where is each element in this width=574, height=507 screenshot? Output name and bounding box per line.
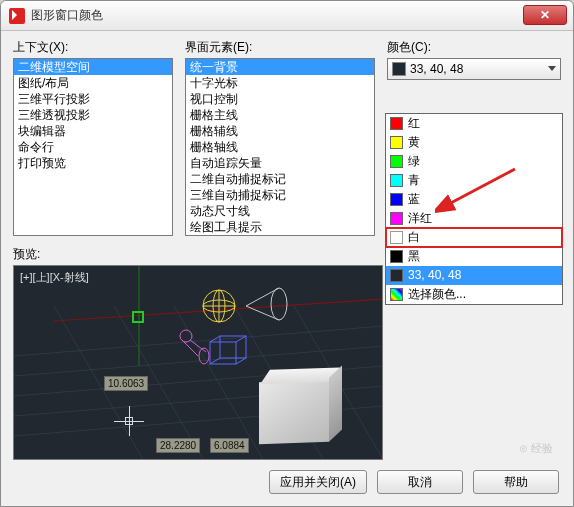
element-item[interactable]: 视口控制	[186, 91, 374, 107]
dialog-body: 上下文(X): 二维模型空间图纸/布局三维平行投影三维透视投影块编辑器命令行打印…	[1, 31, 573, 506]
color-option[interactable]: 选择颜色...	[386, 285, 562, 304]
svg-line-1	[14, 326, 383, 356]
color-option-label: 红	[408, 115, 420, 132]
watermark: ⊙ 经验	[519, 441, 553, 456]
color-swatch-icon	[390, 231, 403, 244]
color-option-label: 选择颜色...	[408, 286, 466, 303]
color-option-label: 白	[408, 229, 420, 246]
element-item[interactable]: 二维自动捕捉标记	[186, 171, 374, 187]
svg-point-18	[271, 288, 287, 320]
color-option[interactable]: 黑	[386, 247, 562, 266]
context-item[interactable]: 打印预览	[14, 155, 172, 171]
element-item[interactable]: 栅格轴线	[186, 139, 374, 155]
elements-listbox[interactable]: 统一背景十字光标视口控制栅格主线栅格辅线栅格轴线自动追踪矢量二维自动捕捉标记三维…	[185, 58, 375, 236]
green-marker-icon	[132, 311, 144, 323]
element-item[interactable]: 动态尺寸线	[186, 203, 374, 219]
color-option[interactable]: 33, 40, 48	[386, 266, 562, 285]
color-option-label: 黄	[408, 134, 420, 151]
context-label: 上下文(X):	[13, 39, 173, 56]
apply-close-button[interactable]: 应用并关闭(A)	[269, 470, 367, 494]
color-dropdown[interactable]: 红黄绿青蓝洋红白黑33, 40, 48选择颜色...	[385, 113, 563, 305]
svg-line-23	[210, 336, 220, 342]
context-item[interactable]: 三维透视投影	[14, 107, 172, 123]
context-listbox[interactable]: 二维模型空间图纸/布局三维平行投影三维透视投影块编辑器命令行打印预览	[13, 58, 173, 236]
color-option[interactable]: 洋红	[386, 209, 562, 228]
svg-line-29	[182, 340, 198, 356]
element-item[interactable]: 十字光标	[186, 75, 374, 91]
color-swatch-icon	[390, 212, 403, 225]
color-option-label: 洋红	[408, 210, 432, 227]
color-option[interactable]: 红	[386, 114, 562, 133]
svg-rect-22	[220, 336, 246, 358]
svg-line-20	[246, 306, 279, 320]
color-option-label: 绿	[408, 153, 420, 170]
close-button[interactable]: ✕	[523, 5, 567, 25]
context-item[interactable]: 图纸/布局	[14, 75, 172, 91]
color-option-label: 青	[408, 172, 420, 189]
dialog-window: 图形窗口颜色 ✕ 上下文(X): 二维模型空间图纸/布局三维平行投影三维透视投影…	[0, 0, 574, 507]
color-option[interactable]: 蓝	[386, 190, 562, 209]
dimension-b: 28.2280	[156, 438, 200, 453]
color-swatch-icon	[390, 117, 403, 130]
color-swatch-icon	[390, 250, 403, 263]
element-item[interactable]: 自动追踪矢量	[186, 155, 374, 171]
color-option[interactable]: 青	[386, 171, 562, 190]
color-option-label: 蓝	[408, 191, 420, 208]
titlebar[interactable]: 图形窗口颜色 ✕	[1, 1, 573, 31]
color-option[interactable]: 白	[386, 228, 562, 247]
elements-label: 界面元素(E):	[185, 39, 375, 56]
element-item[interactable]: 统一背景	[186, 59, 374, 75]
element-item[interactable]: 三维自动捕捉标记	[186, 187, 374, 203]
svg-rect-21	[210, 342, 236, 364]
element-item[interactable]: 栅格主线	[186, 107, 374, 123]
cancel-button[interactable]: 取消	[377, 470, 463, 494]
combo-swatch-icon	[392, 62, 406, 76]
context-item[interactable]: 块编辑器	[14, 123, 172, 139]
solid-cube	[259, 380, 329, 444]
close-icon: ✕	[540, 8, 550, 22]
color-option[interactable]: 绿	[386, 152, 562, 171]
context-item[interactable]: 命令行	[14, 139, 172, 155]
element-item[interactable]: 绘图工具提示	[186, 219, 374, 235]
svg-line-24	[236, 336, 246, 342]
help-button[interactable]: 帮助	[473, 470, 559, 494]
color-swatch-icon	[390, 174, 403, 187]
svg-line-25	[210, 358, 220, 364]
color-combobox[interactable]: 33, 40, 48	[387, 58, 561, 80]
app-logo-icon	[9, 8, 25, 24]
svg-line-8	[174, 306, 264, 460]
color-swatch-icon	[390, 288, 403, 301]
window-title: 图形窗口颜色	[31, 7, 103, 24]
color-swatch-icon	[390, 269, 403, 282]
color-swatch-icon	[390, 193, 403, 206]
dimension-a: 10.6063	[104, 376, 148, 391]
svg-line-19	[246, 288, 279, 306]
dimension-c: 6.0884	[210, 438, 249, 453]
context-item[interactable]: 三维平行投影	[14, 91, 172, 107]
element-item[interactable]: 设计工具提示轮廓	[186, 235, 374, 236]
chevron-down-icon	[548, 66, 556, 71]
color-option[interactable]: 黄	[386, 133, 562, 152]
context-item[interactable]: 二维模型空间	[14, 59, 172, 75]
color-swatch-icon	[390, 155, 403, 168]
combo-value: 33, 40, 48	[410, 62, 463, 76]
element-item[interactable]: 栅格辅线	[186, 123, 374, 139]
footer: 应用并关闭(A) 取消 帮助	[269, 470, 559, 494]
color-label: 颜色(C):	[387, 39, 561, 56]
color-option-label: 33, 40, 48	[408, 267, 461, 284]
color-option-label: 黑	[408, 248, 420, 265]
preview-pane: [+][上][X-射线]	[13, 265, 383, 460]
svg-line-26	[236, 358, 246, 364]
color-swatch-icon	[390, 136, 403, 149]
